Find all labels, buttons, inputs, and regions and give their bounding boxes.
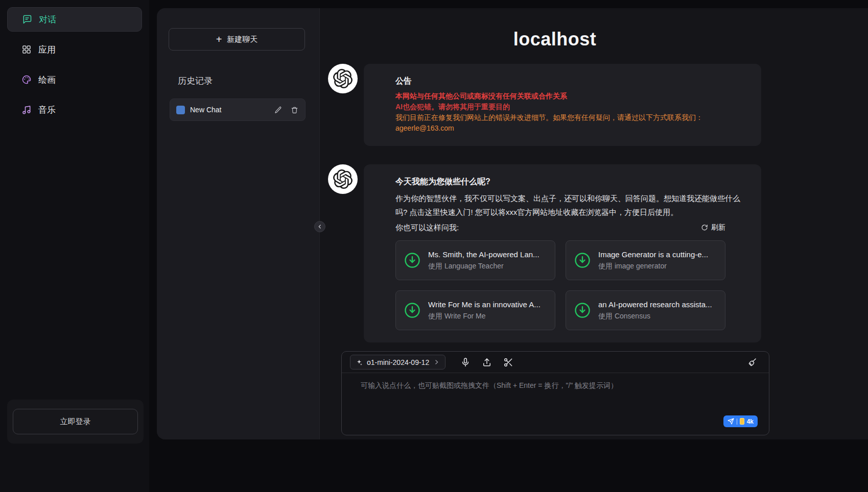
prompt-card[interactable]: Ms. Smith, the AI-powered Lan... 使用 Lang… bbox=[395, 240, 555, 280]
new-chat-label: 新建聊天 bbox=[227, 35, 257, 44]
delete-icon[interactable] bbox=[290, 105, 299, 114]
prompt-subtitle: 使用 Write For Me bbox=[428, 312, 541, 321]
message-welcome: 今天我能为您做些什么呢? 作为你的智慧伙伴，我不仅可以写文案、出点子，还可以和你… bbox=[328, 164, 761, 342]
openai-logo-icon bbox=[333, 169, 353, 189]
composer-toolbar: o1-mini-2024-09-12 bbox=[342, 352, 769, 373]
upload-button[interactable] bbox=[478, 354, 496, 371]
chat-bubble-icon bbox=[22, 14, 32, 24]
composer-input-area: 4k bbox=[342, 373, 769, 435]
download-circle-icon bbox=[403, 301, 421, 319]
assistant-avatar bbox=[328, 64, 358, 93]
app-sidebar: 对话 应用 绘画 音乐 立即登 bbox=[0, 0, 149, 492]
prompt-subtitle: 使用 Consensus bbox=[598, 312, 712, 321]
download-circle-icon bbox=[573, 301, 592, 319]
page-title: localhost bbox=[320, 29, 790, 50]
send-icon bbox=[728, 418, 734, 425]
chat-list-panel: + 新建聊天 历史记录 New Chat bbox=[157, 8, 320, 439]
prompt-card[interactable]: Image Generator is a cutting-e... 使用 ima… bbox=[566, 240, 725, 280]
collapse-sidebar-button[interactable] bbox=[314, 221, 325, 232]
app-panel: + 新建聊天 历史记录 New Chat bbox=[157, 8, 868, 439]
prompt-title: Ms. Smith, the AI-powered Lan... bbox=[428, 250, 539, 259]
model-selector-label: o1-mini-2024-09-12 bbox=[367, 358, 429, 366]
openai-logo-icon bbox=[333, 69, 353, 88]
prompt-subtitle: 使用 Language Teacher bbox=[428, 262, 539, 271]
refresh-prompts-button[interactable]: 刷新 bbox=[701, 223, 725, 232]
refresh-label: 刷新 bbox=[711, 223, 725, 232]
sidebar-item-drawing[interactable]: 绘画 bbox=[7, 67, 142, 92]
composer: o1-mini-2024-09-12 bbox=[341, 351, 769, 435]
screenshot-crop-button[interactable] bbox=[500, 354, 517, 371]
scissors-icon bbox=[503, 357, 513, 367]
welcome-heading: 今天我能为您做些什么呢? bbox=[395, 177, 747, 187]
microphone-button[interactable] bbox=[457, 354, 474, 371]
model-selector[interactable]: o1-mini-2024-09-12 bbox=[350, 355, 445, 370]
sidebar-item-chat[interactable]: 对话 bbox=[7, 7, 142, 32]
message-announcement: 公告 本网站与任何其他公司或商标没有任何关联或合作关系 AI也会犯错。请勿将其用… bbox=[328, 64, 761, 146]
chat-square-icon bbox=[176, 106, 185, 114]
contact-email-link[interactable]: ageerle@163.com bbox=[395, 123, 454, 134]
microphone-icon bbox=[460, 357, 471, 367]
sidebar-item-label: 应用 bbox=[38, 44, 56, 56]
clear-context-button[interactable] bbox=[743, 354, 761, 371]
sidebar-item-label: 绘画 bbox=[38, 74, 56, 86]
palette-icon bbox=[21, 75, 32, 85]
prompt-card[interactable]: an AI-powered research assista... 使用 Con… bbox=[566, 290, 725, 330]
prompt-suggestions-grid: Ms. Smith, the AI-powered Lan... 使用 Lang… bbox=[395, 240, 747, 330]
plus-icon: + bbox=[216, 34, 222, 44]
chat-main: localhost 公告 本网站与任何其他公司或商标没有任何关联或合作关系 AI… bbox=[320, 8, 868, 439]
chevron-left-icon bbox=[317, 224, 323, 230]
new-chat-button[interactable]: + 新建聊天 bbox=[169, 28, 305, 51]
prompt-title: Write For Me is an innovative A... bbox=[428, 300, 541, 309]
refresh-icon bbox=[701, 224, 708, 231]
prompt-card[interactable]: Write For Me is an innovative A... 使用 Wr… bbox=[395, 290, 555, 330]
chevron-right-icon bbox=[433, 359, 440, 365]
login-card: 立即登录 bbox=[7, 400, 144, 444]
sidebar-item-apps[interactable]: 应用 bbox=[7, 37, 142, 62]
assistant-avatar bbox=[328, 164, 358, 194]
welcome-bubble: 今天我能为您做些什么呢? 作为你的智慧伙伴，我不仅可以写文案、出点子，还可以和你… bbox=[364, 164, 761, 342]
announcement-line-1: 本网站与任何其他公司或商标没有任何关联或合作关系 bbox=[395, 91, 747, 102]
history-heading: 历史记录 bbox=[178, 75, 213, 87]
sidebar-item-music[interactable]: 音乐 bbox=[7, 97, 142, 122]
welcome-body: 作为你的智慧伙伴，我不仅可以写文案、出点子，还可以和你聊天、回答问题。想知道我还… bbox=[395, 191, 747, 219]
history-item[interactable]: New Chat bbox=[170, 99, 306, 121]
ask-hint-text: 你也可以这样问我: bbox=[395, 223, 459, 233]
send-token-badge[interactable]: 4k bbox=[723, 415, 758, 427]
announcement-heading: 公告 bbox=[395, 76, 747, 87]
apps-grid-icon bbox=[21, 44, 32, 55]
download-circle-icon bbox=[403, 251, 421, 269]
sidebar-item-label: 音乐 bbox=[38, 104, 56, 116]
token-count: 4k bbox=[747, 418, 754, 425]
battery-icon bbox=[740, 418, 744, 425]
music-note-icon bbox=[21, 105, 32, 115]
prompt-title: an AI-powered research assista... bbox=[598, 300, 712, 309]
sidebar-item-label: 对话 bbox=[39, 14, 56, 26]
badge-divider bbox=[737, 419, 737, 425]
history-item-title: New Chat bbox=[190, 106, 266, 114]
download-circle-icon bbox=[573, 251, 592, 269]
broom-icon bbox=[747, 357, 757, 367]
chat-input[interactable] bbox=[361, 381, 759, 413]
edit-icon[interactable] bbox=[273, 105, 283, 114]
announcement-line-2: AI也会犯错。请勿将其用于重要目的 bbox=[395, 102, 747, 112]
announcement-bubble: 公告 本网站与任何其他公司或商标没有任何关联或合作关系 AI也会犯错。请勿将其用… bbox=[364, 64, 761, 146]
upload-icon bbox=[482, 357, 492, 367]
login-button[interactable]: 立即登录 bbox=[13, 409, 138, 434]
prompt-title: Image Generator is a cutting-e... bbox=[598, 250, 708, 259]
prompt-subtitle: 使用 image generator bbox=[598, 262, 708, 271]
announcement-line-3: 我们目前正在修复我们网站上的错误并改进细节。如果您有任何疑问，请通过以下方式联系… bbox=[395, 112, 747, 123]
sparkle-icon bbox=[356, 359, 363, 366]
